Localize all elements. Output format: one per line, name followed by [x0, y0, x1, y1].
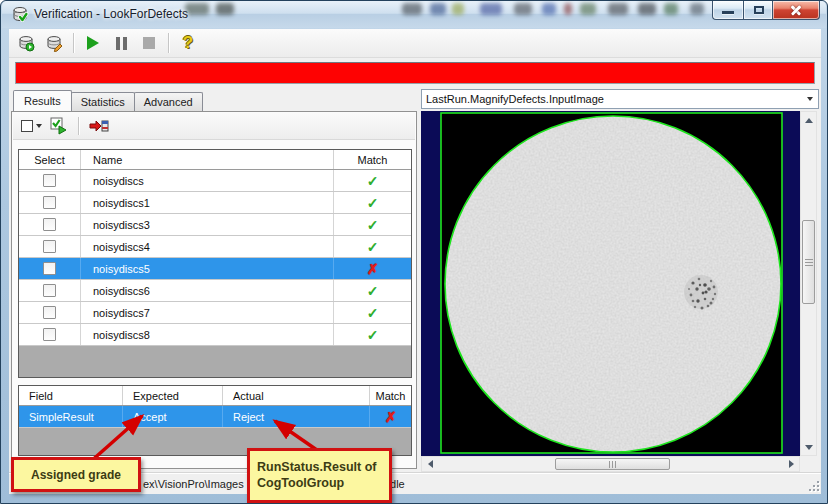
glass-reflection [430, 3, 446, 15]
chevron-down-icon [36, 124, 42, 128]
image-display[interactable] [421, 111, 800, 456]
arrow-left-icon [428, 460, 433, 468]
database-edit-button[interactable] [43, 32, 65, 54]
combobox-arrow-zone[interactable] [802, 90, 818, 108]
detail-row-selected[interactable]: SimpleResult Accept Reject ✗ [19, 406, 411, 428]
image-selector-combobox[interactable]: LastRun.MagnifyDefects.InputImage [421, 89, 819, 109]
window-database-check-icon [12, 6, 29, 23]
glass-reflection [402, 3, 422, 15]
close-button[interactable] [773, 1, 820, 20]
row-checkbox[interactable] [43, 174, 56, 187]
run-button[interactable] [82, 32, 104, 54]
database-run-button[interactable] [15, 32, 37, 54]
arrow-right-icon [789, 460, 794, 468]
row-name: noisydiscs4 [81, 236, 334, 257]
inspection-image [421, 111, 800, 456]
vertical-scrollbar[interactable] [800, 111, 817, 456]
database-edit-icon [45, 34, 63, 52]
table-row[interactable]: noisydiscs6 ✓ [19, 280, 411, 302]
table-row-selected[interactable]: noisydiscs5 ✗ [19, 258, 411, 280]
column-header-match[interactable]: Match [370, 386, 411, 405]
row-checkbox[interactable] [43, 262, 56, 275]
red-arrow-database-icon [89, 119, 109, 133]
scroll-left-button[interactable] [422, 457, 438, 471]
vertical-scroll-thumb[interactable] [802, 220, 815, 304]
horizontal-scroll-thumb[interactable] [555, 458, 670, 470]
tab-statistics[interactable]: Statistics [71, 92, 135, 111]
column-header-field[interactable]: Field [19, 386, 123, 405]
stop-button[interactable] [138, 32, 160, 54]
table-row[interactable]: noisydiscs1 ✓ [19, 192, 411, 214]
column-header-expected[interactable]: Expected [123, 386, 223, 405]
resize-grip-icon[interactable] [809, 481, 819, 491]
glass-reflection [664, 3, 678, 15]
row-name: noisydiscs7 [81, 302, 334, 323]
table-row[interactable]: noisydiscs7 ✓ [19, 302, 411, 324]
match-pass-icon: ✓ [367, 217, 379, 233]
match-pass-icon: ✓ [367, 327, 379, 343]
row-checkbox[interactable] [43, 306, 56, 319]
checkbox-run-icon [50, 117, 68, 135]
row-name: noisydiscs8 [81, 324, 334, 345]
column-header-name[interactable]: Name [81, 150, 334, 169]
glass-reflection [690, 3, 704, 15]
table-row[interactable]: noisydiscs ✓ [19, 170, 411, 192]
row-name: noisydiscs1 [81, 192, 334, 213]
scroll-down-button[interactable] [801, 439, 816, 455]
row-checkbox[interactable] [43, 328, 56, 341]
column-header-select[interactable]: Select [19, 150, 81, 169]
help-icon: ? [183, 33, 193, 53]
help-button[interactable]: ? [177, 32, 199, 54]
minimize-icon [722, 11, 734, 14]
maximize-button[interactable] [743, 1, 773, 20]
row-checkbox[interactable] [43, 218, 56, 231]
checkbox-icon [21, 120, 33, 132]
app-window: Verification - LookForDefects [0, 0, 828, 504]
main-toolbar: ? [9, 29, 821, 58]
glass-reflection [480, 3, 502, 15]
chevron-down-icon [807, 97, 813, 101]
match-pass-icon: ✓ [367, 173, 379, 189]
table-row[interactable]: noisydiscs3 ✓ [19, 214, 411, 236]
results-table-header: Select Name Match [19, 150, 411, 170]
glass-reflection [580, 3, 596, 15]
table-row[interactable]: noisydiscs8 ✓ [19, 324, 411, 346]
tab-results[interactable]: Results [13, 90, 72, 111]
results-tab-page: Select Name Match noisydiscs ✓ noisydisc… [11, 111, 417, 469]
titlebar[interactable]: Verification - LookForDefects [2, 1, 826, 28]
send-to-database-button[interactable] [88, 116, 110, 136]
glass-reflection [564, 3, 572, 15]
field-cell: SimpleResult [19, 406, 123, 427]
select-dropdown-button[interactable] [21, 120, 42, 132]
play-icon [87, 36, 99, 50]
row-checkbox[interactable] [43, 196, 56, 209]
row-name: noisydiscs5 [81, 258, 334, 279]
toolbar-separator [168, 33, 169, 53]
row-checkbox[interactable] [43, 240, 56, 253]
run-checked-button[interactable] [49, 116, 69, 136]
table-row[interactable]: noisydiscs4 ✓ [19, 236, 411, 258]
tabstrip: Results Statistics Advanced [13, 90, 202, 111]
results-toolbar [13, 113, 415, 140]
maximize-icon [754, 6, 764, 14]
scroll-right-button[interactable] [783, 457, 799, 471]
scroll-up-button[interactable] [801, 112, 816, 128]
glass-reflection [185, 3, 209, 15]
column-header-match[interactable]: Match [334, 150, 411, 169]
column-header-actual[interactable]: Actual [223, 386, 370, 405]
expected-cell: Accept [123, 406, 223, 427]
glass-reflection [542, 3, 556, 15]
tab-advanced[interactable]: Advanced [134, 92, 203, 111]
pause-button[interactable] [110, 32, 132, 54]
toolbar-separator [73, 33, 74, 53]
row-checkbox[interactable] [43, 284, 56, 297]
row-name: noisydiscs6 [81, 280, 334, 301]
horizontal-scrollbar[interactable] [421, 456, 800, 472]
callout-runstatus-result: RunStatus.Result of CogToolGroup [247, 448, 392, 503]
database-play-icon [17, 34, 35, 52]
pause-icon [116, 37, 127, 50]
match-pass-icon: ✓ [367, 239, 379, 255]
client-area: ? Results Statistics Advanced [9, 29, 821, 494]
glass-reflection [638, 3, 656, 15]
minimize-button[interactable] [712, 1, 743, 20]
